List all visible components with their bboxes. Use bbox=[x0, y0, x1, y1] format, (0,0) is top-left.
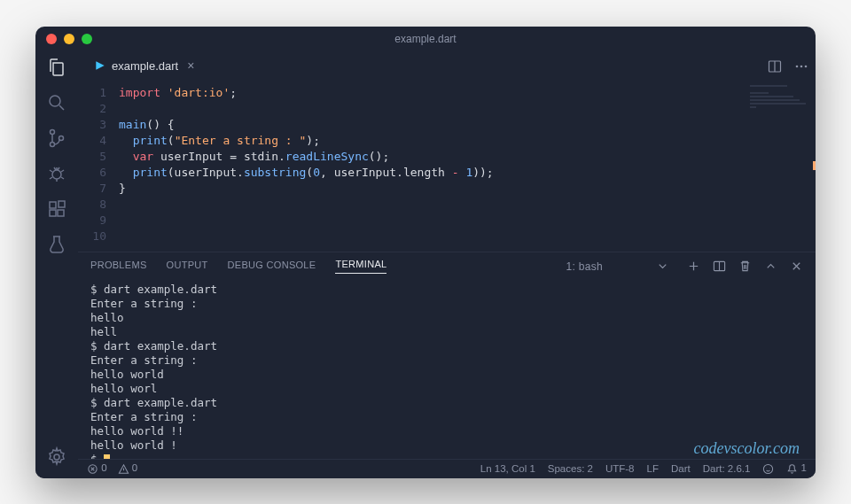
watermark: codevscolor.com bbox=[694, 441, 800, 455]
status-encoding[interactable]: UTF-8 bbox=[605, 463, 635, 474]
minimap[interactable] bbox=[750, 85, 812, 129]
terminal-line: Enter a string : bbox=[90, 297, 803, 311]
status-eol[interactable]: LF bbox=[647, 463, 659, 474]
status-notifications[interactable]: 1 bbox=[786, 462, 807, 474]
explorer-icon[interactable] bbox=[46, 57, 67, 78]
split-editor-icon[interactable] bbox=[768, 59, 782, 74]
terminal-line: hello worl bbox=[90, 382, 803, 396]
terminal-cursor bbox=[104, 454, 110, 459]
panel-tab-terminal[interactable]: TERMINAL bbox=[335, 259, 386, 274]
svg-point-2 bbox=[51, 142, 55, 146]
code-content: import 'dart:io'; main() { print("Enter … bbox=[119, 85, 816, 244]
close-window-button[interactable] bbox=[46, 34, 57, 44]
svg-point-3 bbox=[59, 136, 64, 140]
tab-filename: example.dart bbox=[112, 59, 178, 73]
terminal-line: $ dart example.dart bbox=[90, 339, 803, 353]
terminal-selector[interactable]: 1: bash bbox=[561, 258, 675, 275]
panel-tab-problems[interactable]: PROBLEMS bbox=[90, 260, 147, 274]
split-terminal-icon[interactable] bbox=[713, 260, 726, 273]
title-bar: example.dart bbox=[35, 27, 816, 51]
svg-point-9 bbox=[54, 454, 59, 460]
terminal-line: $ dart example.dart bbox=[90, 283, 803, 297]
panel-tabs: PROBLEMS OUTPUT DEBUG CONSOLE TERMINAL 1… bbox=[78, 252, 816, 281]
dart-file-icon bbox=[94, 59, 106, 72]
testing-icon[interactable] bbox=[46, 234, 67, 255]
status-cursor-pos[interactable]: Ln 13, Col 1 bbox=[480, 463, 535, 474]
svg-rect-7 bbox=[58, 210, 64, 216]
app-body: example.dart × 12345678910 import 'dart:… bbox=[35, 51, 816, 478]
status-spaces[interactable]: Spaces: 2 bbox=[548, 463, 593, 474]
window-title: example.dart bbox=[394, 33, 456, 45]
status-language[interactable]: Dart bbox=[671, 463, 691, 474]
debug-icon[interactable] bbox=[46, 163, 67, 184]
terminal-line: hello world bbox=[90, 368, 803, 382]
activity-bar bbox=[35, 51, 78, 478]
new-terminal-icon[interactable] bbox=[687, 260, 700, 273]
terminal-line: hello world !! bbox=[90, 424, 803, 438]
terminal-line: hello bbox=[90, 311, 803, 325]
feedback-smiley-icon[interactable] bbox=[762, 463, 774, 475]
svg-rect-6 bbox=[50, 210, 56, 216]
bottom-panel: PROBLEMS OUTPUT DEBUG CONSOLE TERMINAL 1… bbox=[78, 252, 816, 459]
extensions-icon[interactable] bbox=[46, 198, 67, 220]
terminal-line: $ dart example.dart bbox=[90, 396, 803, 410]
maximize-window-button[interactable] bbox=[82, 34, 92, 44]
svg-point-13 bbox=[805, 65, 808, 67]
status-errors[interactable]: 0 bbox=[87, 462, 107, 474]
svg-point-4 bbox=[52, 170, 61, 179]
tab-example-dart[interactable]: example.dart × bbox=[85, 51, 203, 81]
scroll-marker bbox=[813, 161, 816, 170]
traffic-lights bbox=[46, 34, 92, 44]
svg-rect-8 bbox=[59, 201, 65, 207]
terminal-line: Enter a string : bbox=[90, 410, 803, 424]
terminal-output[interactable]: $ dart example.dartEnter a string :hello… bbox=[78, 281, 816, 459]
svg-rect-5 bbox=[50, 202, 56, 208]
editor-actions bbox=[768, 59, 808, 74]
status-dart-version[interactable]: Dart: 2.6.1 bbox=[703, 463, 751, 474]
editor-window: example.dart example.dart × bbox=[35, 27, 816, 478]
code-editor[interactable]: 12345678910 import 'dart:io'; main() { p… bbox=[78, 81, 816, 252]
chevron-up-icon[interactable] bbox=[764, 260, 777, 273]
svg-point-0 bbox=[50, 96, 60, 106]
status-warnings[interactable]: 0 bbox=[118, 462, 138, 474]
svg-point-12 bbox=[800, 65, 803, 67]
terminal-line: hell bbox=[90, 325, 803, 339]
bell-icon bbox=[786, 463, 798, 475]
status-bar: 0 0 Ln 13, Col 1 Spaces: 2 UTF-8 LF Dart… bbox=[78, 459, 816, 478]
svg-point-1 bbox=[51, 129, 55, 134]
panel-toolbar: 1: bash bbox=[561, 258, 803, 275]
svg-point-11 bbox=[796, 65, 799, 67]
svg-point-16 bbox=[764, 464, 773, 473]
editor-tabs-row: example.dart × bbox=[78, 51, 816, 81]
close-panel-icon[interactable] bbox=[790, 260, 803, 273]
settings-gear-icon[interactable] bbox=[46, 446, 67, 468]
source-control-icon[interactable] bbox=[46, 128, 67, 149]
close-tab-icon[interactable]: × bbox=[187, 58, 194, 73]
warning-icon bbox=[118, 463, 129, 475]
more-actions-icon[interactable] bbox=[794, 59, 808, 74]
terminal-selected: 1: bash bbox=[566, 260, 603, 273]
line-gutter: 12345678910 bbox=[78, 85, 119, 244]
error-icon bbox=[87, 463, 98, 475]
minimize-window-button[interactable] bbox=[64, 34, 74, 44]
trash-icon[interactable] bbox=[738, 260, 752, 273]
chevron-down-icon bbox=[656, 260, 669, 273]
panel-tab-debug[interactable]: DEBUG CONSOLE bbox=[228, 260, 316, 274]
panel-tab-output[interactable]: OUTPUT bbox=[167, 260, 208, 274]
search-icon[interactable] bbox=[46, 92, 67, 113]
terminal-line: Enter a string : bbox=[90, 353, 803, 368]
editor-area: example.dart × 12345678910 import 'dart:… bbox=[78, 51, 816, 478]
